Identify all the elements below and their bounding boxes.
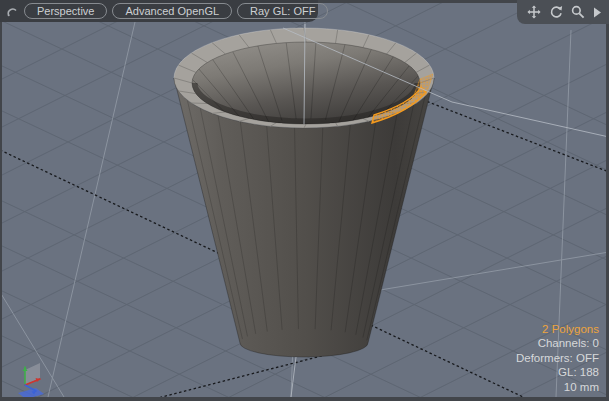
- pan-icon[interactable]: [527, 5, 541, 19]
- viewport-nav-controls: [517, 0, 609, 24]
- channels-count: Channels: 0: [516, 336, 599, 350]
- 3d-viewport[interactable]: Perspective Advanced OpenGL Ray GL: OFF: [0, 0, 609, 401]
- gl-count: GL: 188: [516, 365, 599, 379]
- advanced-opengl-button[interactable]: Advanced OpenGL: [112, 3, 232, 19]
- deformers-state: Deformers: OFF: [516, 351, 599, 365]
- viewport-menu-icon[interactable]: [6, 5, 19, 18]
- perspective-button[interactable]: Perspective: [24, 3, 107, 19]
- viewport-border-bottom: [0, 397, 609, 401]
- ray-gl-button[interactable]: Ray GL: OFF: [237, 3, 328, 19]
- grid-size: 10 mm: [516, 380, 599, 394]
- orbit-rotate-icon[interactable]: [549, 5, 563, 19]
- viewport-toolbar: Perspective Advanced OpenGL Ray GL: OFF: [0, 0, 318, 22]
- polygon-count: 2 Polygons: [516, 322, 599, 336]
- zoom-magnifier-icon[interactable]: [571, 5, 585, 19]
- viewport-border-left: [0, 0, 2, 401]
- expand-arrow-icon[interactable]: [593, 5, 602, 19]
- mesh-status-readout: 2 Polygons Channels: 0 Deformers: OFF GL…: [516, 322, 599, 394]
